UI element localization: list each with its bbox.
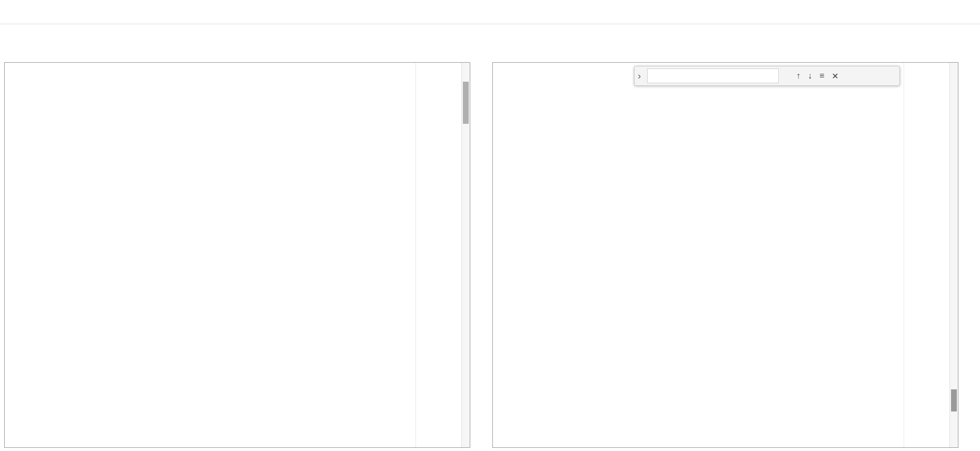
source-code-area — [5, 63, 415, 447]
source-label-button[interactable] — [4, 43, 124, 61]
source-scrollbar[interactable] — [461, 63, 470, 447]
target-minimap[interactable] — [904, 63, 949, 447]
find-widget: › ↑ ↓ ≡ ✕ — [634, 66, 900, 86]
target-actions-button[interactable] — [826, 43, 872, 61]
close-icon[interactable]: ✕ — [831, 71, 838, 81]
target-pane-header — [492, 42, 958, 61]
next-match-button[interactable]: ↓ — [808, 71, 812, 81]
source-actions-button[interactable] — [338, 43, 383, 61]
find-input-wrap — [647, 68, 779, 83]
chevron-right-icon[interactable]: › — [638, 71, 645, 81]
source-scrollbar-thumb[interactable] — [463, 82, 469, 124]
target-scrollbar-thumb[interactable] — [951, 389, 957, 411]
find-input[interactable] — [651, 71, 720, 81]
source-editor[interactable] — [4, 62, 470, 448]
previous-match-button[interactable]: ↑ — [796, 71, 800, 81]
target-editor[interactable]: › ↑ ↓ ≡ ✕ — [492, 62, 958, 448]
target-label-button[interactable] — [492, 43, 612, 61]
target-pane: › ↑ ↓ ≡ ✕ — [492, 42, 958, 448]
workspace: › ↑ ↓ ≡ ✕ — [0, 24, 980, 448]
configuration-button[interactable] — [130, 9, 146, 15]
find-in-selection-icon[interactable]: ≡ — [819, 71, 824, 81]
top-navigation — [0, 0, 980, 24]
target-scrollbar[interactable] — [949, 63, 958, 447]
source-minimap[interactable] — [415, 63, 461, 447]
target-code-area — [493, 63, 904, 447]
source-pane-header — [4, 42, 470, 61]
source-pane — [4, 42, 470, 448]
